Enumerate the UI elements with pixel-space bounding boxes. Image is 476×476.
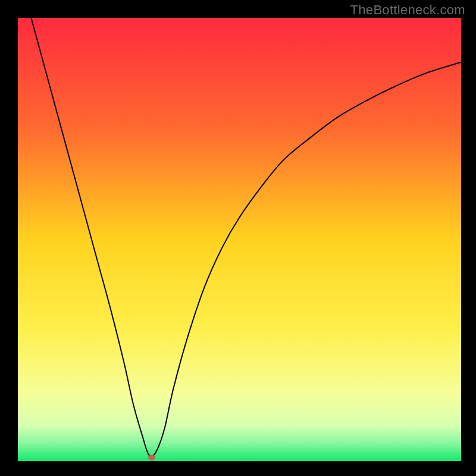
chart-svg [18, 18, 461, 461]
gradient-background [18, 18, 461, 461]
chart-frame: TheBottleneck.com [0, 0, 476, 476]
optimal-point-marker [148, 455, 155, 461]
plot-area [18, 18, 461, 461]
watermark-text: TheBottleneck.com [350, 2, 465, 18]
